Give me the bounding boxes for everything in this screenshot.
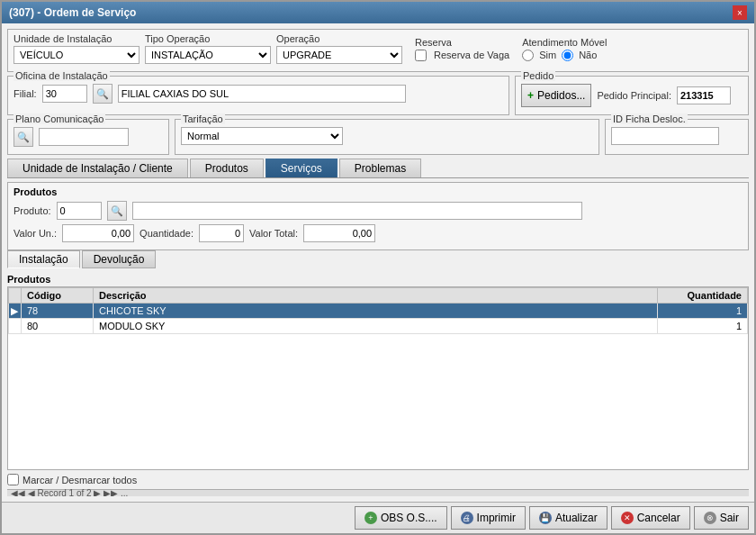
cancelar-label: Cancelar bbox=[637, 512, 680, 524]
marcar-checkbox[interactable] bbox=[7, 474, 19, 485]
produto-row: Produto: 🔍 bbox=[14, 201, 742, 221]
tab-unidade-label: Unidade de Instalação / Cliente bbox=[22, 162, 173, 175]
row-descricao-2: MODULO SKY bbox=[94, 319, 658, 334]
sub-tabs: Instalação Devolução bbox=[7, 250, 749, 268]
row-arrow-2 bbox=[9, 319, 22, 334]
valor-un-label: Valor Un.: bbox=[14, 228, 57, 239]
id-ficha-row bbox=[611, 127, 742, 145]
valor-row: Valor Un.: Quantidade: Valor Total: bbox=[14, 224, 742, 242]
produtos-inner-title: Produtos bbox=[14, 186, 742, 197]
sair-label: Sair bbox=[720, 512, 739, 524]
produto-input[interactable] bbox=[57, 202, 102, 220]
plano-input[interactable] bbox=[39, 128, 129, 146]
id-ficha-title: ID Ficha Desloc. bbox=[611, 113, 688, 124]
table-container[interactable]: Código Descrição Quantidade ▶ 78 CHICOTE… bbox=[7, 286, 749, 470]
sub-tab-devolucao[interactable]: Devolução bbox=[82, 250, 157, 268]
tipo-select[interactable]: INSTALAÇÃO bbox=[145, 46, 271, 64]
oficina-row: Filial: 🔍 bbox=[14, 84, 503, 104]
pedido-title: Pedido bbox=[521, 70, 555, 81]
imprimir-button[interactable]: 🖨 Imprimir bbox=[451, 506, 526, 530]
filial-search-button[interactable]: 🔍 bbox=[93, 84, 112, 104]
pedido-principal-label: Pedido Principal: bbox=[597, 90, 671, 101]
tipo-field: Tipo Operação INSTALAÇÃO bbox=[145, 33, 271, 64]
top-fields-group: Unidade de Instalação VEÍCULO Tipo Opera… bbox=[7, 29, 749, 72]
quantidade-label: Quantidade: bbox=[140, 228, 194, 239]
plano-tarifacao-row: Plano Comunicação 🔍 Tarifação Normal Esp… bbox=[7, 119, 749, 155]
tab-problemas[interactable]: Problemas bbox=[339, 159, 421, 177]
cancelar-button[interactable]: ✕ Cancelar bbox=[611, 506, 690, 530]
sair-button[interactable]: ⊗ Sair bbox=[694, 506, 749, 530]
plano-row: 🔍 bbox=[14, 127, 163, 147]
reserva-group: Reserva de Vaga bbox=[415, 50, 509, 61]
tab-servicos[interactable]: Serviços bbox=[266, 159, 338, 177]
table-row[interactable]: 80 MODULO SKY 1 bbox=[9, 319, 748, 334]
atualizar-button[interactable]: 💾 Atualizar bbox=[529, 506, 608, 530]
table-title: Produtos bbox=[7, 272, 749, 286]
obs-os-button[interactable]: + OBS O.S.... bbox=[355, 506, 447, 530]
row-arrow-1: ▶ bbox=[9, 304, 22, 319]
table-header-row: Código Descrição Quantidade bbox=[9, 288, 748, 304]
cancel-icon: ✕ bbox=[621, 512, 634, 524]
sub-tab-instalacao[interactable]: Instalação bbox=[7, 250, 80, 268]
content-area: Unidade de Instalação VEÍCULO Tipo Opera… bbox=[2, 23, 754, 502]
sub-tab-devolucao-label: Devolução bbox=[94, 253, 145, 266]
oficina-title: Oficina de Instalação bbox=[14, 70, 110, 81]
produto-label: Produto: bbox=[14, 205, 51, 216]
col-quantidade: Quantidade bbox=[658, 288, 748, 304]
pedidos-button[interactable]: + Pedidos... bbox=[521, 84, 591, 107]
print-icon: 🖨 bbox=[461, 512, 473, 524]
save-icon: 💾 bbox=[539, 512, 552, 524]
tab-unidade[interactable]: Unidade de Instalação / Cliente bbox=[7, 159, 188, 177]
products-area: Produtos Código Descrição Quantidade bbox=[7, 272, 749, 496]
unidade-select[interactable]: VEÍCULO bbox=[14, 46, 140, 64]
col-arrow bbox=[9, 288, 22, 304]
id-ficha-group: ID Ficha Desloc. bbox=[605, 119, 749, 155]
valor-total-input[interactable] bbox=[303, 224, 375, 242]
quantidade-input[interactable] bbox=[199, 224, 244, 242]
pedido-principal-input[interactable] bbox=[677, 86, 731, 104]
table-body: ▶ 78 CHICOTE SKY 1 80 MODULO SKY 1 bbox=[9, 304, 748, 334]
nao-radio[interactable] bbox=[562, 50, 573, 61]
row-quantidade-2: 1 bbox=[658, 319, 748, 334]
col-descricao: Descrição bbox=[94, 288, 658, 304]
nao-label: Não bbox=[579, 50, 597, 60]
valor-total-label: Valor Total: bbox=[249, 228, 298, 239]
operacao-label: Operação bbox=[276, 33, 402, 44]
pedidos-icon: + bbox=[527, 89, 534, 102]
products-table: Código Descrição Quantidade ▶ 78 CHICOTE… bbox=[8, 287, 748, 334]
pedidos-btn-label: Pedidos... bbox=[537, 89, 585, 102]
scrollbar-area: ◀◀ ◀ Record 1 of 2 ▶ ▶▶ ... bbox=[7, 489, 749, 496]
produto-name-input[interactable] bbox=[132, 202, 582, 220]
sim-radio[interactable] bbox=[522, 50, 534, 61]
plano-search-button[interactable]: 🔍 bbox=[14, 127, 33, 147]
row-quantidade-1: 1 bbox=[658, 304, 748, 319]
atendimento-field: Atendimento Móvel Sim Não bbox=[522, 37, 607, 61]
main-tabs: Unidade de Instalação / Cliente Produtos… bbox=[7, 159, 749, 178]
top-row: Unidade de Instalação VEÍCULO Tipo Opera… bbox=[14, 33, 742, 64]
sim-label: Sim bbox=[539, 50, 556, 60]
id-ficha-input[interactable] bbox=[611, 127, 719, 145]
tab-produtos[interactable]: Produtos bbox=[190, 159, 264, 177]
marcar-label: Marcar / Desmarcar todos bbox=[22, 475, 137, 485]
title-bar: (307) - Ordem de Serviço × bbox=[2, 2, 754, 23]
close-button[interactable]: × bbox=[733, 5, 747, 20]
reserva-label: Reserva bbox=[415, 37, 509, 48]
filial-input[interactable] bbox=[42, 85, 87, 103]
reserva-checkbox[interactable] bbox=[415, 50, 427, 61]
produto-search-button[interactable]: 🔍 bbox=[107, 201, 127, 221]
plano-title: Plano Comunicação bbox=[14, 113, 105, 124]
main-window: (307) - Ordem de Serviço × Unidade de In… bbox=[0, 0, 756, 535]
valor-un-input[interactable] bbox=[62, 224, 134, 242]
filial-name-input[interactable] bbox=[118, 85, 406, 103]
table-row[interactable]: ▶ 78 CHICOTE SKY 1 bbox=[9, 304, 748, 319]
operacao-field: Operação UPGRADE bbox=[276, 33, 402, 64]
operacao-select[interactable]: UPGRADE bbox=[276, 46, 402, 64]
exit-icon: ⊗ bbox=[704, 512, 716, 524]
col-codigo: Código bbox=[22, 288, 94, 304]
pedido-row: + Pedidos... Pedido Principal: bbox=[521, 84, 742, 107]
tab-produtos-label: Produtos bbox=[205, 162, 248, 175]
tarifacao-select[interactable]: Normal Especial bbox=[181, 127, 343, 145]
obs-icon: + bbox=[364, 512, 377, 524]
main-area: Produtos Produto: 🔍 Valor Un.: Quantidad… bbox=[7, 182, 749, 496]
tab-problemas-label: Problemas bbox=[355, 162, 406, 175]
